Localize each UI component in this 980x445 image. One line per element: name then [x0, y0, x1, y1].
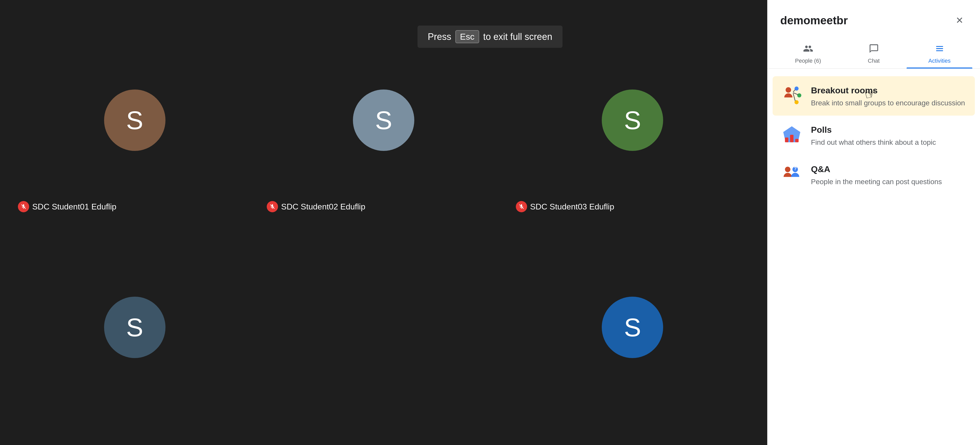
participant-tile-1: S SDC Student01 Eduflip [10, 21, 259, 227]
participant-tile-empty [259, 227, 508, 435]
qa-title: Q&A [811, 164, 942, 174]
people-icon [803, 43, 813, 56]
svg-rect-13 [795, 139, 799, 142]
svg-line-7 [793, 89, 795, 92]
participant-tile-3: S SDC Student03 Eduflip [508, 21, 757, 227]
qa-text: Q&A People in the meeting can post quest… [811, 163, 942, 187]
avatar-1: S [104, 89, 165, 151]
participant-tile-4: S [10, 227, 259, 435]
tab-activities[interactable]: Activities [907, 38, 972, 68]
avatar-4: S [104, 297, 165, 358]
participant-name-3: SDC Student03 Eduflip [516, 201, 614, 212]
activity-breakout[interactable]: Breakout rooms Break into small groups t… [773, 76, 975, 116]
svg-point-5 [797, 93, 801, 97]
mute-icon-1 [18, 201, 29, 212]
tab-people-label: People (6) [795, 57, 821, 64]
avatar-5: S [602, 297, 663, 358]
breakout-text: Breakout rooms Break into small groups t… [811, 84, 965, 108]
svg-line-8 [793, 92, 798, 95]
fullscreen-notice: Press Esc to exit full screen [418, 25, 563, 48]
polls-icon [780, 123, 803, 146]
svg-rect-11 [785, 138, 788, 143]
breakout-title: Breakout rooms [811, 86, 965, 95]
mute-icon-3 [516, 201, 527, 212]
svg-line-9 [793, 93, 795, 101]
activities-icon [934, 43, 945, 56]
participant-tile-5: S [508, 227, 757, 435]
close-button[interactable]: ✕ [952, 13, 967, 28]
avatar-3: S [602, 89, 663, 151]
polls-desc: Find out what others think about a topic [811, 137, 936, 147]
video-grid: S SDC Student01 Eduflip S SDC Student02 … [0, 0, 767, 445]
activity-qa[interactable]: ? Q&A People in the meeting can post que… [773, 155, 975, 194]
avatar-2: S [353, 89, 414, 151]
activity-polls[interactable]: Polls Find out what others think about a… [773, 116, 975, 155]
qa-desc: People in the meeting can post questions [811, 177, 942, 187]
mute-icon-2 [267, 201, 278, 212]
tab-activities-label: Activities [928, 57, 951, 64]
sidebar-title: demomeetbr [780, 14, 848, 27]
activities-list: Breakout rooms Break into small groups t… [767, 68, 980, 202]
tab-chat-label: Chat [868, 57, 880, 64]
qa-icon: ? [780, 163, 803, 186]
tab-chat[interactable]: Chat [841, 38, 907, 68]
esc-key-badge: Esc [455, 30, 479, 43]
sidebar-header: demomeetbr ✕ [767, 0, 980, 28]
polls-title: Polls [811, 125, 936, 135]
tab-bar: People (6) Chat Activities [767, 33, 980, 68]
svg-text:?: ? [794, 166, 797, 171]
chat-icon [869, 43, 879, 56]
svg-rect-12 [790, 135, 793, 142]
participant-name-2: SDC Student02 Eduflip [267, 201, 365, 212]
breakout-desc: Break into small groups to encourage dis… [811, 98, 965, 108]
participant-tile-2: S SDC Student02 Eduflip [259, 21, 508, 227]
svg-point-14 [785, 167, 790, 172]
svg-point-3 [786, 87, 791, 92]
participant-name-1: SDC Student01 Eduflip [18, 201, 116, 212]
tab-people[interactable]: People (6) [775, 38, 841, 68]
breakout-icon [780, 84, 803, 107]
polls-text: Polls Find out what others think about a… [811, 123, 936, 147]
sidebar-panel: demomeetbr ✕ People (6) Chat Activities [767, 0, 980, 445]
